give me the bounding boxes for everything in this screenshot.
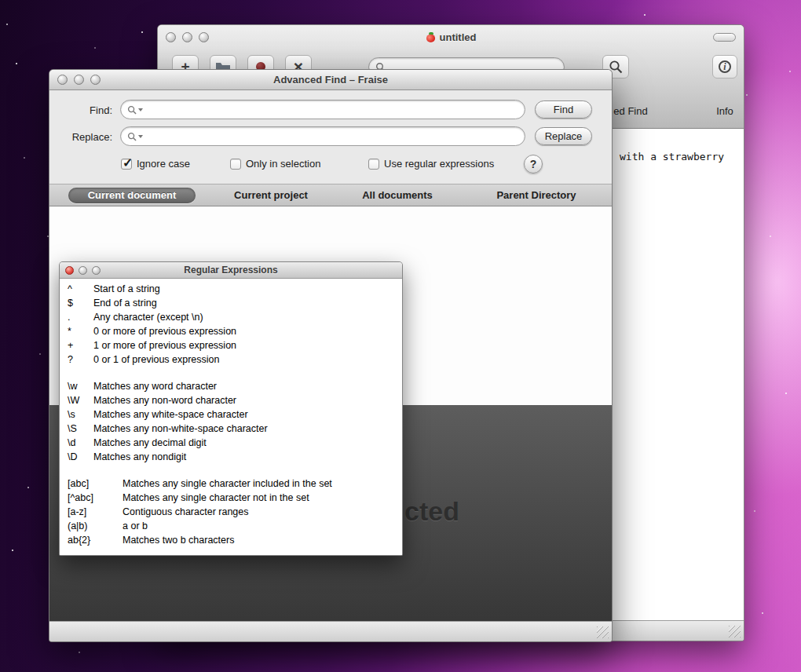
regex-desc: a or b — [123, 520, 148, 531]
regex-desc: End of a string — [93, 298, 157, 309]
find-search-field[interactable] — [120, 100, 525, 119]
ignore-case-label: Ignore case — [137, 156, 190, 172]
regex-row: ?0 or 1 of previous expression — [68, 352, 402, 367]
resize-grip[interactable] — [597, 626, 609, 638]
regex-token: [a-z] — [68, 505, 123, 519]
regex-token: [abc] — [68, 477, 123, 491]
regex-group-classes: \wMatches any word character \WMatches a… — [68, 379, 402, 464]
regex-desc: 1 or more of previous expression — [93, 340, 236, 351]
find-form: Find: Find Replace: Replace — [49, 90, 612, 184]
zoom-button[interactable] — [92, 266, 101, 275]
regex-desc: 0 or 1 of previous expression — [93, 354, 220, 365]
chevron-down-icon[interactable] — [138, 135, 143, 138]
find-window-title: Advanced Find – Fraise — [273, 74, 388, 86]
replace-input[interactable] — [146, 131, 518, 142]
regex-row: \WMatches any non-word character — [68, 393, 402, 407]
close-button[interactable] — [57, 75, 68, 85]
use-regex-label: Use regular expressions — [384, 156, 494, 172]
editor-titlebar[interactable]: untitled — [158, 25, 744, 49]
regex-row: [^abc]Matches any single character not i… — [68, 491, 402, 505]
document-text: with a strawberry — [620, 151, 724, 163]
regex-row: \SMatches any non-white-space character — [68, 422, 402, 436]
regex-help-panel: Regular Expressions ^Start of a string $… — [59, 261, 403, 556]
regex-desc: Matches any non-white-space character — [93, 423, 268, 434]
regex-token: $ — [68, 296, 93, 310]
info-label: Info — [711, 105, 739, 117]
minimize-button[interactable] — [182, 32, 192, 42]
replace-search-field[interactable] — [120, 126, 525, 146]
regex-row: [abc]Matches any single character includ… — [68, 477, 402, 491]
close-button[interactable] — [65, 266, 74, 275]
regex-row: (a|b)a or b — [68, 519, 402, 533]
regex-row: ^Start of a string — [68, 282, 402, 296]
regex-panel-title: Regular Expressions — [184, 265, 277, 276]
resize-grip[interactable] — [729, 626, 741, 637]
regex-token: ? — [68, 352, 93, 367]
desktop-background: untitled — [0, 0, 801, 672]
strawberry-app-icon — [426, 32, 436, 42]
scope-label: All documents — [362, 189, 433, 201]
regex-token: \w — [68, 379, 93, 393]
regex-token: \d — [68, 436, 93, 450]
regex-row: \wMatches any word character — [68, 379, 402, 393]
scope-current-project[interactable]: Current project — [207, 188, 335, 203]
search-icon — [127, 105, 137, 115]
options-row: Ignore case Only in selection Use regula… — [49, 156, 612, 175]
use-regex-checkbox[interactable] — [368, 159, 379, 170]
advanced-find-label: ed Find — [607, 105, 654, 117]
regex-row: ab{2}Matches two b characters — [68, 533, 402, 547]
replace-button[interactable]: Replace — [535, 127, 592, 145]
regex-token: ^ — [68, 282, 93, 296]
only-in-selection-checkbox[interactable] — [230, 159, 241, 170]
regex-group-anchors: ^Start of a string $End of a string .Any… — [68, 282, 402, 367]
only-in-selection-label: Only in selection — [246, 156, 320, 172]
regex-desc: Matches any word character — [93, 381, 217, 392]
scope-label: Parent Directory — [496, 189, 576, 201]
minimize-button[interactable] — [74, 75, 84, 85]
regex-token: \D — [68, 450, 93, 464]
regex-desc: Matches any nondigit — [93, 451, 186, 462]
regex-token: [^abc] — [68, 491, 123, 505]
regex-desc: Matches any single character included in… — [123, 478, 332, 489]
scope-label: Current project — [234, 189, 308, 201]
scope-current-document[interactable]: Current document — [68, 188, 196, 203]
regex-row: \sMatches any white-space character — [68, 407, 402, 422]
regex-token: \S — [68, 422, 93, 436]
close-button[interactable] — [166, 32, 176, 42]
regex-row: \DMatches any nondigit — [68, 450, 402, 464]
regex-desc: Matches any single character not in the … — [123, 492, 309, 503]
regex-row: *0 or more of previous expression — [68, 324, 402, 338]
zoom-button[interactable] — [199, 32, 209, 42]
editor-window-title: untitled — [440, 31, 477, 43]
results-watermark-text: cted — [404, 496, 459, 527]
regex-desc: Matches any non-word character — [93, 395, 236, 406]
replace-label: Replace: — [49, 128, 112, 147]
scope-all-documents[interactable]: All documents — [333, 188, 462, 203]
regex-desc: Matches any decimal digit — [93, 437, 207, 448]
regex-group-sets: [abc]Matches any single character includ… — [68, 477, 402, 547]
find-titlebar[interactable]: Advanced Find – Fraise — [49, 70, 612, 90]
regex-desc: Any character (except \n) — [93, 312, 203, 323]
regex-row: .Any character (except \n) — [68, 310, 402, 324]
zoom-button[interactable] — [90, 75, 101, 85]
find-button[interactable]: Find — [535, 100, 592, 119]
regex-token: \W — [68, 393, 93, 407]
info-icon — [719, 60, 731, 73]
regex-row: +1 or more of previous expression — [68, 338, 402, 352]
toolbar-toggle-button[interactable] — [713, 33, 736, 42]
regex-panel-titlebar[interactable]: Regular Expressions — [60, 262, 402, 279]
help-button[interactable]: ? — [524, 155, 543, 173]
ignore-case-checkbox[interactable] — [121, 159, 132, 170]
regex-list: ^Start of a string $End of a string .Any… — [60, 279, 402, 555]
minimize-button[interactable] — [79, 266, 87, 275]
regex-desc: Start of a string — [93, 283, 160, 294]
regex-desc: Matches two b characters — [123, 535, 234, 546]
regex-token: * — [68, 324, 93, 338]
find-label: Find: — [49, 101, 112, 120]
chevron-down-icon[interactable] — [138, 108, 143, 111]
regex-token: \s — [68, 407, 93, 422]
find-input[interactable] — [146, 104, 518, 115]
regex-token: . — [68, 310, 93, 324]
scope-parent-directory[interactable]: Parent Directory — [472, 188, 601, 203]
info-toolbar-button[interactable] — [712, 55, 737, 79]
